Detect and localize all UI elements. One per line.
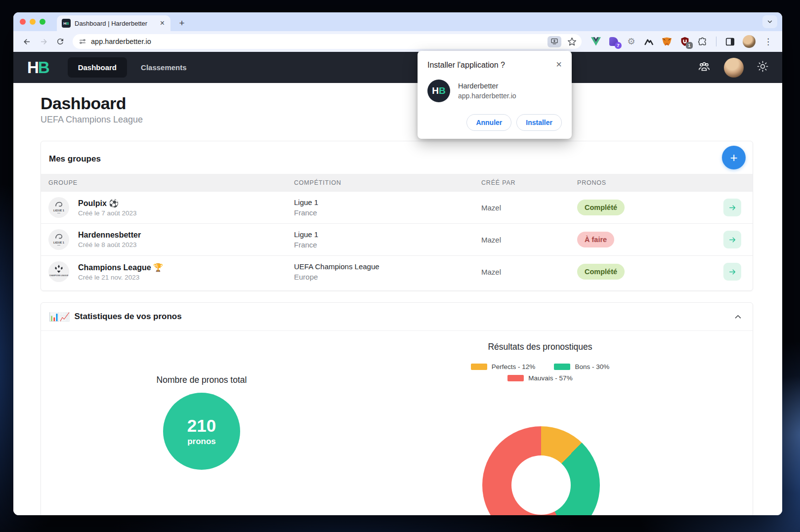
zoom-window-button[interactable] [40, 19, 45, 25]
groups-card-title: Mes groupes [49, 154, 745, 164]
total-pronos-value: 210 [187, 416, 216, 436]
url-text[interactable]: app.harderbetter.io [91, 38, 543, 45]
group-creator: Mazel [481, 268, 577, 276]
tab-strip: HB Dashboard | Harderbetter × + [13, 12, 782, 31]
vue-icon [591, 37, 601, 46]
peaks-icon [644, 38, 654, 45]
site-logo[interactable]: HB [27, 58, 49, 77]
total-circle: 210 pronos [163, 393, 240, 470]
browser-menu-button[interactable]: ⋮ [763, 37, 773, 47]
purple-extension[interactable]: 7 [608, 37, 619, 47]
donut-chart-title: Résultats des pronostiques [441, 342, 639, 352]
chevron-up-icon [734, 313, 742, 321]
purple-extension-badge: 7 [615, 42, 622, 49]
page-title: Dashboard [41, 94, 126, 113]
install-app-button[interactable] [547, 36, 561, 47]
column-header-pronos: PRONOS [577, 179, 723, 186]
bookmark-button[interactable] [566, 36, 578, 47]
back-arrow-icon [22, 37, 32, 46]
browser-window: HB Dashboard | Harderbetter × + app.har [13, 12, 782, 515]
browser-profile-avatar[interactable] [743, 35, 756, 48]
status-badge: À faire [577, 232, 614, 247]
arrow-right-icon [728, 204, 737, 212]
competition-name: Ligue 1 [294, 198, 481, 206]
legend-swatch-mauvais [507, 375, 524, 381]
table-row[interactable]: CHAMPIONS LEAGUE Champions League 🏆 Créé… [41, 255, 753, 287]
metamask-extension[interactable] [662, 37, 672, 47]
groups-button[interactable] [698, 61, 711, 74]
reload-button[interactable] [53, 34, 68, 49]
champions-league-logo: CHAMPIONS LEAGUE [48, 261, 69, 282]
table-row[interactable]: LIGUE 1 Poulpix ⚽ Créé le 7 août 2023 Li… [41, 191, 753, 223]
app-name: Harderbetter [458, 82, 516, 90]
group-creator: Mazel [481, 236, 577, 244]
close-window-button[interactable] [20, 19, 26, 25]
forward-button[interactable] [36, 34, 51, 49]
new-tab-button[interactable]: + [175, 17, 188, 30]
groups-card-header: Mes groupes + [41, 141, 753, 174]
status-badge: Complété [577, 264, 625, 280]
table-row[interactable]: LIGUE 1 Hardennesbetter Créé le 8 août 2… [41, 223, 753, 255]
column-header-groupe: GROUPE [48, 179, 294, 186]
browser-toolbar: app.harderbetter.io 7 ⚙ [13, 31, 782, 52]
open-group-button[interactable] [723, 199, 741, 216]
open-group-button[interactable] [723, 231, 741, 248]
legend-entry-bons: Bons - 30% [554, 363, 609, 370]
nav-item-dashboard[interactable]: Dashboard [68, 57, 127, 78]
tab-search-button[interactable] [762, 15, 777, 28]
theme-toggle-button[interactable] [757, 61, 768, 74]
open-group-button[interactable] [723, 263, 741, 281]
extensions-area: 7 ⚙ 1 [588, 35, 776, 48]
user-avatar[interactable] [724, 58, 744, 78]
donut-chart-hole [511, 455, 571, 515]
side-panel-icon [725, 38, 735, 46]
app-logo: HB [427, 80, 450, 102]
group-name: Hardennesbetter [78, 231, 141, 240]
toolbar-divider [716, 37, 716, 46]
chart-extension[interactable] [644, 37, 654, 47]
reload-icon [56, 37, 65, 46]
nav-item-classements[interactable]: Classements [133, 57, 195, 78]
browser-tab[interactable]: HB Dashboard | Harderbetter × [57, 15, 170, 31]
group-name: Champions League 🏆 [78, 263, 163, 272]
tab-close-icon[interactable]: × [159, 19, 166, 28]
groups-card: Mes groupes + GROUPE COMPÉTITION CRÉÉ PA… [41, 141, 753, 291]
address-bar[interactable]: app.harderbetter.io [73, 34, 582, 49]
close-icon[interactable]: × [556, 61, 562, 68]
stats-card-header: 📊📈 Statistiques de vos pronos [41, 303, 753, 331]
window-controls [20, 19, 45, 25]
ligue1-logo: LIGUE 1 [48, 197, 69, 218]
minimize-window-button[interactable] [30, 19, 36, 25]
tab-title: Dashboard | Harderbetter [75, 20, 155, 27]
stats-card: 📊📈 Statistiques de vos pronos Nombre de … [41, 302, 753, 515]
cancel-button[interactable]: Annuler [466, 114, 511, 131]
svg-text:LIGUE 1: LIGUE 1 [53, 241, 64, 244]
install-button[interactable]: Installer [516, 114, 562, 131]
arrow-right-icon [728, 236, 737, 244]
site-settings-icon[interactable] [79, 38, 86, 45]
competition-region: Europe [294, 273, 481, 281]
legend-swatch-bons [554, 364, 570, 370]
vue-devtools-extension[interactable] [590, 37, 601, 47]
web-page: HB Dashboard Classements Dashboard UEFA … [13, 52, 782, 515]
people-icon [698, 61, 711, 72]
group-created: Créé le 7 août 2023 [78, 209, 137, 217]
competition-region: France [294, 208, 481, 217]
settings-extension[interactable]: ⚙ [626, 37, 636, 47]
install-app-popup: Installer l'application ? × HB Harderbet… [418, 51, 572, 139]
legend-entry-perfects: Perfects - 12% [471, 363, 536, 370]
collapse-stats-button[interactable] [731, 311, 745, 322]
forward-arrow-icon [39, 37, 48, 46]
add-group-button[interactable]: + [722, 146, 746, 169]
back-button[interactable] [19, 34, 34, 49]
gear-icon: ⚙ [627, 36, 635, 47]
navbar-right [698, 58, 768, 78]
chevron-down-icon [766, 18, 773, 25]
extensions-menu-button[interactable] [697, 37, 708, 47]
ublock-extension[interactable]: 1 [679, 37, 690, 47]
group-creator: Mazel [481, 204, 577, 212]
three-dots-icon: ⋮ [764, 37, 772, 47]
desktop-background: HB Dashboard | Harderbetter × + app.har [0, 0, 800, 532]
group-created: Créé le 21 nov. 2023 [78, 274, 163, 281]
side-panel-button[interactable] [725, 37, 735, 47]
